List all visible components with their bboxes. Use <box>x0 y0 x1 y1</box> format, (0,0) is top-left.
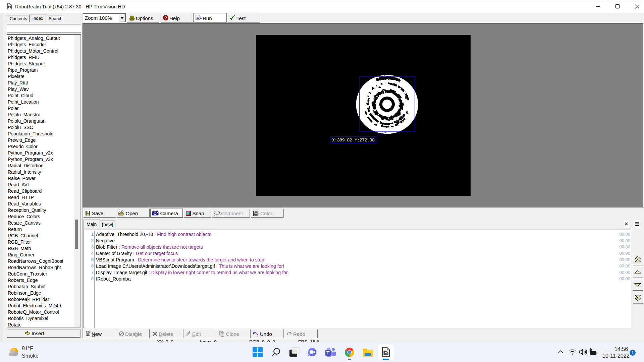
svg-text:X:389.82 Y:272.30: X:389.82 Y:272.30 <box>332 138 375 143</box>
svg-text:?: ? <box>164 15 167 20</box>
